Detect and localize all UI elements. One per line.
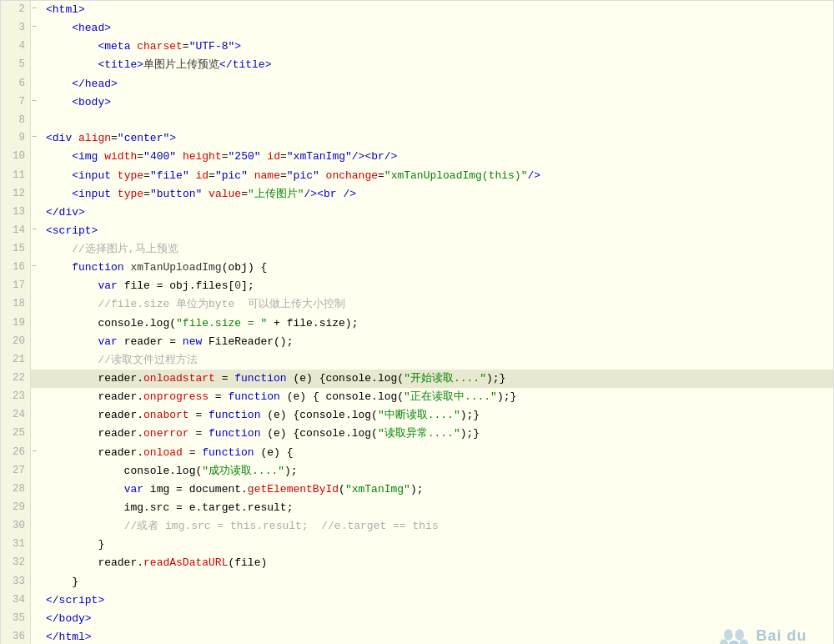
fold-icon: [31, 406, 43, 425]
code-content: reader.onloadstart = function (e) {conso…: [43, 370, 833, 388]
line-number: 28: [1, 480, 31, 499]
code-line-11: 11 <input type="file" id="pic" name="pic…: [1, 167, 833, 185]
code-line-29: 29 img.src = e.target.result;: [1, 499, 833, 517]
fold-icon: [31, 536, 43, 554]
fold-icon: [31, 314, 43, 333]
code-line-35: 35</body>: [1, 610, 833, 628]
line-number: 16: [1, 259, 31, 277]
svg-point-0: [724, 629, 733, 640]
code-line-17: 17 var file = obj.files[0];: [1, 277, 833, 295]
fold-icon: [31, 75, 43, 93]
code-line-31: 31 }: [1, 536, 833, 554]
code-content: console.log("成功读取....");: [43, 462, 833, 480]
code-line-36: 36</html>: [1, 628, 833, 644]
line-number: 31: [1, 536, 31, 554]
code-content: <input type="file" id="pic" name="pic" o…: [43, 167, 833, 185]
line-number: 14: [1, 222, 31, 240]
code-content: <input type="button" value="上传图片"/><br /…: [43, 185, 833, 204]
fold-icon: [31, 554, 43, 572]
line-number: 32: [1, 554, 31, 572]
fold-icon: [31, 573, 43, 591]
code-content: reader.onabort = function (e) {console.l…: [43, 406, 833, 425]
fold-icon: [31, 462, 43, 480]
code-content: //读取文件过程方法: [43, 351, 833, 370]
fold-icon: [31, 277, 43, 295]
code-line-16: 16− function xmTanUploadImg(obj) {: [1, 259, 833, 277]
line-number: 5: [1, 56, 31, 74]
code-content: </html>: [43, 628, 833, 644]
line-number: 13: [1, 204, 31, 222]
line-number: 20: [1, 333, 31, 351]
code-content: <title>单图片上传预览</title>: [43, 56, 833, 74]
svg-point-1: [736, 629, 745, 640]
line-number: 22: [1, 370, 31, 388]
code-editor: 2−<html>3− <head>4 <meta charset="UTF-8"…: [1, 1, 833, 644]
line-number: 35: [1, 610, 31, 628]
code-line-27: 27 console.log("成功读取....");: [1, 462, 833, 480]
line-number: 30: [1, 517, 31, 536]
fold-icon: [31, 517, 43, 536]
fold-icon: [31, 148, 43, 166]
code-content: <img width="400" height="250" id="xmTanI…: [43, 148, 833, 166]
code-line-19: 19 console.log("file.size = " + file.siz…: [1, 314, 833, 333]
fold-icon: [31, 351, 43, 370]
line-number: 23: [1, 388, 31, 406]
baidu-logo-icon: [717, 625, 751, 644]
code-content: <head>: [43, 19, 833, 38]
line-number: 15: [1, 240, 31, 259]
fold-icon: [31, 295, 43, 314]
fold-icon: [31, 56, 43, 74]
code-line-24: 24 reader.onabort = function (e) {consol…: [1, 406, 833, 425]
fold-icon: [31, 499, 43, 517]
line-number: 33: [1, 573, 31, 591]
fold-icon: [31, 204, 43, 222]
code-content: reader.onprogress = function (e) { conso…: [43, 388, 833, 406]
code-line-18: 18 //file.size 单位为byte 可以做上传大小控制: [1, 295, 833, 314]
fold-icon[interactable]: −: [31, 222, 43, 240]
line-number: 4: [1, 38, 31, 56]
code-content: </head>: [43, 75, 833, 93]
code-content: reader.onerror = function (e) {console.l…: [43, 425, 833, 443]
code-line-5: 5 <title>单图片上传预览</title>: [1, 56, 833, 74]
code-content: <body>: [43, 93, 833, 112]
watermark: Bai du jingyan.baidu.com: [717, 625, 823, 644]
fold-icon[interactable]: −: [31, 19, 43, 38]
code-line-21: 21 //读取文件过程方法: [1, 351, 833, 370]
code-content: //file.size 单位为byte 可以做上传大小控制: [43, 295, 833, 314]
code-line-26: 26− reader.onload = function (e) {: [1, 444, 833, 462]
line-number: 27: [1, 462, 31, 480]
code-line-3: 3− <head>: [1, 19, 833, 38]
code-content: </body>: [43, 610, 833, 628]
line-number: 3: [1, 19, 31, 38]
code-content: function xmTanUploadImg(obj) {: [43, 259, 833, 277]
fold-icon: [31, 185, 43, 204]
code-container: 2−<html>3− <head>4 <meta charset="UTF-8"…: [0, 0, 834, 644]
code-content: <html>: [43, 1, 833, 19]
fold-icon[interactable]: −: [31, 444, 43, 462]
fold-icon[interactable]: −: [31, 93, 43, 112]
fold-icon[interactable]: −: [31, 259, 43, 277]
code-line-25: 25 reader.onerror = function (e) {consol…: [1, 425, 833, 443]
code-line-23: 23 reader.onprogress = function (e) { co…: [1, 388, 833, 406]
svg-point-4: [728, 640, 741, 644]
line-number: 25: [1, 425, 31, 443]
code-line-32: 32 reader.readAsDataURL(file): [1, 554, 833, 572]
fold-icon: [31, 167, 43, 185]
line-number: 10: [1, 148, 31, 166]
line-number: 12: [1, 185, 31, 204]
code-content: reader.readAsDataURL(file): [43, 554, 833, 572]
code-content: }: [43, 573, 833, 591]
fold-icon[interactable]: −: [31, 1, 43, 19]
line-number: 7: [1, 93, 31, 112]
code-line-8: 8: [1, 112, 833, 129]
code-content: <meta charset="UTF-8">: [43, 38, 833, 56]
code-content: </div>: [43, 204, 833, 222]
fold-icon: [31, 591, 43, 610]
code-line-30: 30 //或者 img.src = this.result; //e.targe…: [1, 517, 833, 536]
line-number: 29: [1, 499, 31, 517]
fold-icon[interactable]: −: [31, 129, 43, 148]
code-content: var img = document.getElementById("xmTan…: [43, 480, 833, 499]
fold-icon: [31, 425, 43, 443]
code-content: console.log("file.size = " + file.size);: [43, 314, 833, 333]
line-number: 6: [1, 75, 31, 93]
